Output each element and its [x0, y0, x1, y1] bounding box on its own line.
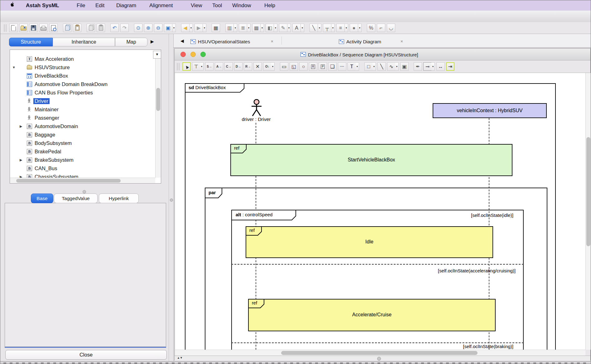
history-forward-dropdown[interactable]: ▼	[203, 24, 206, 32]
menu-file[interactable]: File	[77, 2, 85, 9]
scroll-up-down-buttons[interactable]: ▲▼	[177, 356, 183, 359]
diagram-canvas[interactable]: sd DriveBlackBox driver : Driver vehicle…	[175, 73, 585, 350]
panel-splitter-handle[interactable]	[83, 190, 86, 194]
line-shape-dropdown[interactable]: ▼	[331, 24, 335, 32]
tree-item-automotive-domain-breakdown[interactable]: Automotive Domain BreakDown	[10, 80, 161, 89]
history-back-dropdown[interactable]: ▼	[190, 24, 193, 32]
frame-p-icon[interactable]: P	[319, 62, 327, 71]
fit-window-dropdown[interactable]: ▼	[172, 24, 176, 32]
curve-line-icon[interactable]: ◡	[387, 24, 395, 32]
connector-tool-icon[interactable]: ⊸	[423, 62, 432, 71]
tree-item-brakesubsystem[interactable]: ▶BBrakeSubsystem	[10, 156, 161, 165]
line-shape-icon[interactable]: ┬	[323, 24, 331, 32]
paste-special-icon[interactable]	[97, 24, 105, 32]
menu-diagram[interactable]: Diagram	[116, 2, 136, 9]
tab-overflow-arrow[interactable]: ▶	[151, 39, 154, 44]
object-lifeline-head[interactable]: vehicleInContext : HybridSUV	[433, 103, 547, 118]
menu-app-name[interactable]: Astah SysML	[26, 2, 59, 9]
tab-hyperlink[interactable]: Hyperlink	[99, 194, 139, 203]
tab-taggedvalue[interactable]: TaggedValue	[54, 194, 98, 203]
fill-color-icon[interactable]: ◧	[266, 24, 274, 32]
tab-base[interactable]: Base	[31, 194, 53, 203]
fit-window-icon[interactable]: ▣	[164, 24, 172, 32]
close-tab-icon[interactable]: ×	[271, 39, 273, 44]
tree-item-hsuvstructure[interactable]: ▼HSUVStructure	[10, 64, 161, 72]
rect-tool-dropdown[interactable]: ▼	[372, 62, 376, 71]
text-tool-dropdown[interactable]: ▼	[356, 62, 359, 71]
snap-align-tool-icon[interactable]: ⇥	[446, 62, 454, 71]
tree-item-max-acceleration[interactable]: TMax Acceleration	[10, 55, 161, 64]
canvas-horizontal-scrollbar[interactable]	[175, 350, 585, 356]
stop-message-icon[interactable]: ✕	[253, 62, 262, 71]
toolbar-grip[interactable]	[177, 63, 179, 70]
menu-edit[interactable]: Edit	[95, 2, 104, 9]
print-icon[interactable]	[39, 24, 48, 32]
connector-tool-dropdown[interactable]: ▼	[431, 62, 435, 71]
ellipse-style-dropdown[interactable]: ▼	[358, 24, 362, 32]
redo-icon[interactable]: ↷	[120, 24, 129, 32]
close-tab-icon[interactable]: ×	[401, 39, 403, 44]
doc-close-button[interactable]	[180, 52, 186, 57]
menu-alignment[interactable]: Alignment	[149, 2, 173, 9]
tree-item-bodysubsystem[interactable]: BBodySubsystem	[10, 139, 161, 148]
duration-tool-dropdown[interactable]: ▼	[271, 62, 275, 71]
new-file-icon[interactable]	[9, 24, 18, 32]
apple-menu-icon[interactable]	[10, 2, 15, 9]
tab-structure[interactable]: Structure	[9, 38, 53, 46]
align-horizontal-dropdown[interactable]: ▼	[247, 24, 251, 32]
expand-arrow-icon[interactable]: ▶	[20, 158, 22, 162]
main-splitter[interactable]	[169, 34, 174, 361]
tree-item-driver[interactable]: Driver	[10, 97, 161, 106]
tree-item-can-bus[interactable]: BCAN_Bus	[10, 165, 161, 173]
font-color-dropdown[interactable]: ▼	[301, 24, 304, 32]
tab-scroll-left-arrow[interactable]: ◀	[180, 38, 184, 43]
tree-menu-button[interactable]: ▼	[153, 51, 161, 59]
reply-message-icon[interactable]: R→	[244, 62, 252, 71]
menu-view[interactable]: View	[191, 2, 202, 9]
expand-arrow-icon[interactable]: ▶	[20, 124, 22, 128]
open-file-icon[interactable]	[19, 24, 28, 32]
destroy-message-icon[interactable]: D→	[234, 62, 243, 71]
pin-tool-icon[interactable]: ✒	[414, 62, 422, 71]
doc-minimize-button[interactable]	[190, 52, 196, 57]
tree-item-brakepedal[interactable]: BBrakePedal	[10, 148, 161, 156]
collapse-arrow-icon[interactable]: ▼	[12, 65, 16, 69]
combined-fragment-icon[interactable]: ▭	[280, 62, 288, 71]
save-icon[interactable]	[29, 24, 38, 32]
interaction-use-icon[interactable]: ◱	[290, 62, 298, 71]
stereotype-visibility-icon[interactable]: ≡	[336, 24, 345, 32]
history-back-icon[interactable]: ◀	[181, 24, 190, 32]
frame-r-icon[interactable]: R	[309, 62, 317, 71]
tab-hsuvoperationalstates[interactable]: HSUVOperationalStates	[198, 39, 250, 45]
lifeline-tool-dropdown[interactable]: ▼	[200, 62, 204, 71]
tree-item-passenger[interactable]: Passenger	[10, 114, 161, 122]
tab-activity-diagram[interactable]: Activity Diagram	[346, 39, 381, 45]
actor-label[interactable]: driver : Driver	[231, 117, 281, 122]
undo-icon[interactable]: ↶	[110, 24, 119, 32]
tree-horizontal-scrollbar[interactable]	[10, 178, 155, 184]
fill-color-dropdown[interactable]: ▼	[274, 24, 277, 32]
curve-tool-icon[interactable]: ∿	[387, 62, 396, 71]
line-color-icon[interactable]: ✎	[279, 24, 287, 32]
font-color-icon[interactable]: A	[292, 24, 301, 32]
actor-icon[interactable]	[249, 99, 264, 117]
align-horizontal-icon[interactable]: ≣	[239, 24, 247, 32]
arrange-depth-icon[interactable]: ▩	[252, 24, 261, 32]
line-tool-icon[interactable]: ╲	[377, 62, 386, 71]
percent-tool-icon[interactable]: %	[367, 24, 375, 32]
drawer-handle[interactable]	[377, 357, 381, 361]
tree-item-maintainer[interactable]: Maintainer	[10, 106, 161, 114]
tab-map[interactable]: Map	[115, 38, 147, 46]
copy-to-clipboard-icon[interactable]	[87, 24, 95, 32]
ellipse-style-icon[interactable]: ●	[350, 24, 358, 32]
line-color-dropdown[interactable]: ▼	[287, 24, 291, 32]
tree-item-can-bus-flow-properties[interactable]: CAN Bus Flow Properties	[10, 89, 161, 97]
line-style-dropdown[interactable]: ▼	[318, 24, 321, 32]
menu-help[interactable]: Help	[264, 2, 275, 9]
paste-icon[interactable]	[73, 24, 81, 32]
align-vertical-dropdown[interactable]: ▼	[234, 24, 237, 32]
duration-tool-icon[interactable]: O↕	[263, 62, 271, 71]
tree-item-driveblackbox[interactable]: DriveBlackBox	[10, 72, 161, 80]
corner-line-icon[interactable]: ⌐	[377, 24, 385, 32]
arrange-depth-dropdown[interactable]: ▼	[261, 24, 264, 32]
